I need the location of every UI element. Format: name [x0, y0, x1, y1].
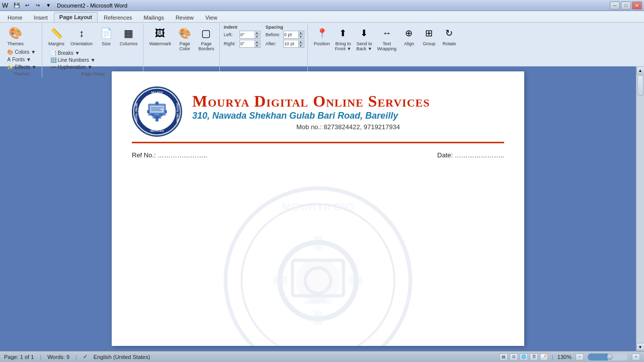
group-btn[interactable]: ⊞ Group	[420, 25, 439, 48]
spacing-before-label: Before:	[266, 32, 282, 37]
undo-quick-btn[interactable]: ↩	[23, 2, 32, 10]
full-screen-view[interactable]: ⊡	[510, 353, 518, 360]
margins-btn[interactable]: 📏 Margins	[46, 25, 66, 48]
web-layout-view[interactable]: 🌐	[520, 353, 528, 360]
window-title: Document2 - Microsoft Word	[57, 3, 127, 9]
ribbon-tabs: Home Insert Page Layout References Maili…	[0, 11, 644, 22]
spacing-after-label: After:	[266, 41, 282, 46]
tab-review[interactable]: Review	[170, 13, 199, 22]
indent-left-down[interactable]: ▼	[255, 35, 260, 39]
orientation-btn[interactable]: ↕ Orientation	[68, 25, 95, 48]
themes-group-label: Themes	[14, 70, 30, 76]
tab-home[interactable]: Home	[2, 13, 28, 22]
tab-insert[interactable]: Insert	[28, 13, 53, 22]
indent-right-down[interactable]: ▼	[255, 44, 260, 48]
tab-page-layout[interactable]: Page Layout	[54, 12, 98, 22]
date-label: Date: …………………..	[437, 151, 504, 159]
ribbon-group-themes: 🎨 Themes 🎨 Colors ▼ A Fonts ▼ ✨ Effects …	[2, 24, 42, 77]
main-area: MOURYA SERVICES DIGITAL ONLINE DIGITAL O…	[0, 66, 644, 351]
svg-rect-12	[152, 118, 162, 119]
scroll-thumb[interactable]	[637, 75, 643, 96]
zoom-thumb[interactable]	[607, 354, 613, 360]
document-page: MOURYA SERVICES DIGITAL ONLINE DIGITAL O…	[112, 71, 524, 346]
text-wrapping-btn[interactable]: ↔ TextWrapping	[375, 25, 398, 53]
scroll-down-btn[interactable]: ▼	[636, 343, 645, 351]
save-quick-btn[interactable]: 💾	[12, 2, 21, 10]
more-quick-btn[interactable]: ▼	[44, 2, 53, 10]
hyphenation-btn[interactable]: ➖ Hyphenation ▼	[48, 64, 140, 70]
zoom-level: 130%	[557, 354, 572, 360]
ref-label: Ref No.: …………………..	[132, 151, 207, 159]
company-mob: Mob no.: 8273824422, 9719217934	[192, 123, 504, 131]
ribbon-group-page-bg: 🖼 Watermark 🎨 PageColor ▢ PageBorders Pa…	[144, 24, 220, 77]
send-to-back-btn[interactable]: ⬇ Send toBack ▼	[354, 25, 374, 53]
spacing-before-input[interactable]: 0 pt ▲ ▼	[283, 31, 304, 39]
draft-view[interactable]: 📝	[540, 353, 548, 360]
spacing-before-down[interactable]: ▼	[298, 35, 303, 39]
align-btn[interactable]: ⊕ Align	[399, 25, 419, 48]
ribbon-group-arrange: 📍 Position ⬆ Bring toFront ▼ ⬇ Send toBa…	[309, 24, 462, 77]
rotate-btn[interactable]: ↻ Rotate	[440, 25, 459, 48]
ribbon-group-paragraph: Indent Left: 0" ▲ ▼	[221, 24, 308, 77]
company-name: Mourya Digital Online Services	[192, 93, 504, 110]
spacing-after-input[interactable]: 10 pt ▲ ▼	[283, 40, 304, 48]
svg-text:MOURYA: MOURYA	[151, 91, 163, 94]
page-borders-btn[interactable]: ▢ PageBorders	[196, 25, 216, 53]
svg-rect-28	[273, 276, 287, 285]
minimize-btn[interactable]: ─	[610, 2, 620, 10]
breaks-btn[interactable]: 📑 Breaks ▼	[48, 50, 140, 56]
zoom-slider[interactable]	[588, 353, 628, 360]
zoom-in-btn[interactable]: +	[632, 353, 640, 360]
colors-btn[interactable]: 🎨 Colors ▼	[5, 49, 38, 55]
spacing-after-up[interactable]: ▲	[298, 40, 303, 44]
fonts-btn[interactable]: A Fonts ▼	[5, 56, 33, 63]
svg-text:SERVICES: SERVICES	[150, 129, 164, 132]
bring-to-front-btn[interactable]: ⬆ Bring toFront ▼	[333, 25, 353, 53]
indent-left-input[interactable]: 0" ▲ ▼	[239, 31, 261, 39]
tab-references[interactable]: References	[98, 13, 137, 22]
position-btn[interactable]: 📍 Position	[312, 25, 332, 48]
watermark-btn[interactable]: 🖼 Watermark	[147, 25, 174, 48]
spacing-after-down[interactable]: ▼	[298, 44, 303, 48]
company-logo: MOURYA SERVICES DIGITAL ONLINE DIGITAL O…	[132, 86, 182, 137]
company-address: 310, Nawada Shekhan Gulab Bari Road, Bar…	[192, 111, 504, 121]
ribbon: Home Insert Page Layout References Maili…	[0, 11, 644, 66]
app-icon: W	[2, 2, 8, 9]
vertical-scrollbar[interactable]: ▲ ▼	[636, 66, 644, 351]
spell-check-icon: ✓	[83, 353, 88, 360]
page-setup-group-label: Page Setup	[81, 70, 105, 76]
indent-right-up[interactable]: ▲	[255, 40, 260, 44]
header-text-block: Mourya Digital Online Services 310, Nawa…	[192, 93, 504, 130]
indent-left-label: Left:	[224, 32, 238, 37]
tab-view[interactable]: View	[200, 13, 223, 22]
themes-btn[interactable]: 🎨 Themes	[5, 25, 26, 48]
effects-btn[interactable]: ✨ Effects ▼	[5, 64, 38, 70]
svg-rect-29	[349, 276, 363, 285]
indent-right-label: Right:	[224, 41, 238, 46]
svg-rect-11	[154, 116, 159, 118]
indent-left-up[interactable]: ▲	[255, 31, 260, 35]
size-btn[interactable]: 📄 Size	[97, 25, 116, 48]
spacing-before-up[interactable]: ▲	[298, 31, 303, 35]
ribbon-group-page-setup: 📏 Margins ↕ Orientation 📄 Size ▦ Columns	[43, 24, 143, 77]
indent-right-input[interactable]: 0" ▲ ▼	[239, 40, 261, 48]
page-color-btn[interactable]: 🎨 PageColor	[175, 25, 194, 53]
watermark: MOURYA DIG ITAL ONLINE	[222, 185, 414, 346]
redo-quick-btn[interactable]: ↪	[33, 2, 42, 10]
quick-access-toolbar: 💾 ↩ ↪ ▼	[10, 2, 55, 10]
status-left: Page: 1 of 1 | Words: 9 | ✓ English (Uni…	[4, 353, 150, 360]
print-layout-view[interactable]: ▤	[500, 353, 508, 360]
language-status: English (United States)	[94, 354, 150, 360]
outline-view[interactable]: ☰	[530, 353, 538, 360]
columns-btn[interactable]: ▦ Columns	[118, 25, 140, 48]
tab-mailings[interactable]: Mailings	[138, 13, 170, 22]
maximize-btn[interactable]: □	[621, 2, 631, 10]
close-btn[interactable]: ✕	[632, 2, 642, 10]
line-numbers-btn[interactable]: 🔢 Line Numbers ▼	[48, 57, 140, 63]
scroll-up-btn[interactable]: ▲	[636, 66, 645, 74]
zoom-out-btn[interactable]: −	[576, 353, 584, 360]
title-bar: W 💾 ↩ ↪ ▼ Document2 - Microsoft Word ─ □…	[0, 0, 644, 11]
page-status: Page: 1 of 1	[4, 354, 34, 360]
svg-text:DIGITAL ONLINE: DIGITAL ONLINE	[176, 103, 179, 123]
window-controls: ─ □ ✕	[610, 2, 642, 10]
